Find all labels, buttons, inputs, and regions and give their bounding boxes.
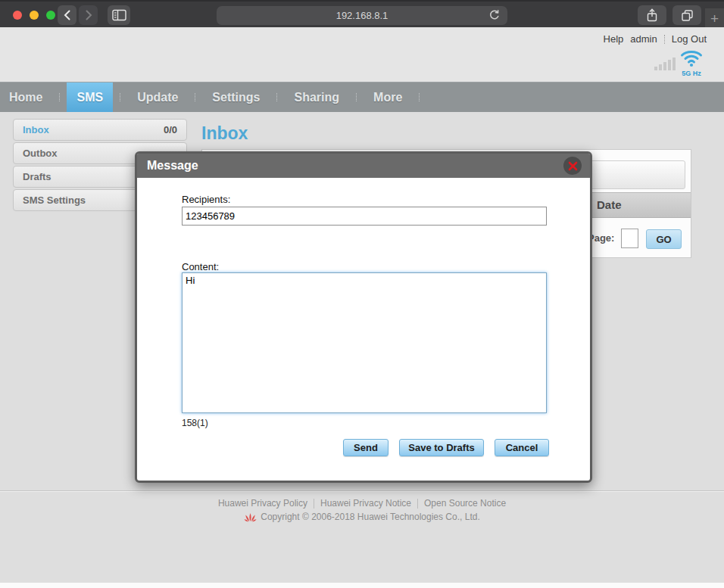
cancel-button[interactable]: Cancel	[495, 439, 549, 456]
tab-overview-button[interactable]	[673, 5, 701, 25]
share-button[interactable]	[638, 5, 666, 25]
logged-in-user: admin	[630, 33, 657, 45]
logout-link[interactable]: Log Out	[672, 33, 707, 45]
sidebar-item-label: Outbox	[23, 143, 58, 163]
send-button[interactable]: Send	[343, 439, 389, 456]
nav-item-update[interactable]: Update	[127, 82, 188, 112]
dialog-titlebar: Message	[137, 154, 590, 178]
dialog-title: Message	[147, 159, 198, 172]
message-dialog: Message Recipients: Content: Hi 158(1) S…	[135, 151, 592, 483]
back-icon	[63, 10, 72, 20]
nav-divider	[276, 93, 277, 101]
forward-button[interactable]	[79, 5, 98, 25]
huawei-logo-icon	[244, 512, 257, 522]
nav-item-sharing[interactable]: Sharing	[284, 82, 349, 112]
privacy-notice-link[interactable]: Huawei Privacy Notice	[320, 498, 411, 509]
footer-links: Huawei Privacy Policy Huawei Privacy Not…	[0, 498, 724, 509]
nav-divider	[59, 93, 60, 101]
nav-item-sms[interactable]: SMS	[67, 82, 113, 112]
copyright-text: Copyright © 2006-2018 Huawei Technologie…	[261, 512, 479, 522]
message-content-textarea[interactable]: Hi	[182, 272, 547, 413]
dialog-close-button[interactable]	[563, 157, 582, 175]
sidebar-toggle-button[interactable]	[108, 5, 130, 25]
date-column-header: Date	[597, 193, 622, 217]
dialog-body: Recipients: Content: Hi 158(1) Send Save…	[137, 178, 590, 481]
nav-divider	[120, 93, 120, 101]
page-number-input[interactable]	[621, 229, 638, 248]
nav-item-home[interactable]: Home	[0, 82, 52, 112]
recipients-input[interactable]	[182, 207, 547, 226]
nav-divider	[195, 93, 195, 101]
sidebar-item-label: Inbox	[23, 120, 49, 140]
header-links: Help admin Log Out	[604, 33, 707, 45]
signal-bars-icon	[654, 58, 676, 70]
content-label: Content:	[182, 261, 219, 272]
window-bottom-edge	[0, 583, 724, 588]
close-traffic-light[interactable]	[13, 11, 22, 20]
nav-item-more[interactable]: More	[364, 82, 412, 112]
minimize-traffic-light[interactable]	[30, 11, 39, 20]
save-to-drafts-button[interactable]: Save to Drafts	[399, 439, 484, 456]
sidebar-item-inbox[interactable]: Inbox 0/0	[13, 119, 187, 141]
address-bar[interactable]: 192.168.8.1	[217, 6, 507, 25]
sidebar-item-label: SMS Settings	[23, 190, 86, 210]
wifi-band-label: 5G Hz	[679, 70, 704, 77]
copyright-line: Copyright © 2006-2018 Huawei Technologie…	[0, 512, 724, 522]
zoom-traffic-light[interactable]	[46, 11, 55, 20]
tabs-icon	[681, 9, 694, 22]
go-button[interactable]: GO	[646, 229, 682, 249]
back-button[interactable]	[58, 5, 76, 25]
reload-button[interactable]	[488, 9, 501, 23]
site-header: Help admin Log Out 5G Hz	[0, 27, 724, 82]
recipients-label: Recipients:	[182, 194, 230, 205]
sidebar-icon	[112, 9, 126, 21]
browser-toolbar: 192.168.8.1 +	[0, 0, 724, 27]
url-text: 192.168.8.1	[336, 10, 389, 21]
main-nav: Home SMS Update Settings Sharing More	[0, 82, 724, 112]
nav-item-settings[interactable]: Settings	[202, 82, 270, 112]
wifi-status: 5G Hz	[679, 48, 704, 77]
footer-divider	[314, 499, 314, 509]
nav-divider	[356, 93, 357, 101]
nav-divider	[419, 93, 420, 101]
page-footer: Huawei Privacy Policy Huawei Privacy Not…	[0, 490, 724, 522]
privacy-policy-link[interactable]: Huawei Privacy Policy	[218, 498, 307, 509]
close-icon	[568, 161, 578, 171]
new-tab-icon: +	[710, 11, 719, 27]
inbox-count-badge: 0/0	[164, 120, 177, 140]
footer-divider	[417, 499, 418, 509]
wifi-icon	[679, 48, 704, 67]
character-count: 158(1)	[182, 418, 208, 428]
share-icon	[646, 8, 658, 22]
header-link-divider	[664, 35, 665, 44]
new-tab-button[interactable]: +	[705, 8, 724, 29]
open-source-notice-link[interactable]: Open Source Notice	[424, 498, 506, 509]
help-link[interactable]: Help	[604, 33, 624, 45]
sidebar-item-label: Drafts	[23, 166, 51, 187]
page-title: Inbox	[201, 123, 248, 144]
reload-icon	[488, 9, 501, 21]
forward-icon	[84, 10, 93, 20]
